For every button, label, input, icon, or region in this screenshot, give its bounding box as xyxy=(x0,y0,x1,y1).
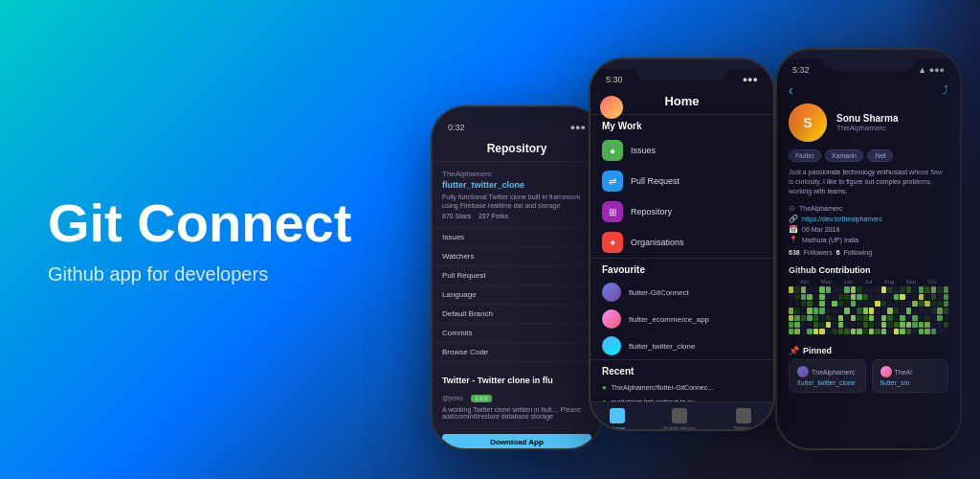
app-title: Git Connect xyxy=(48,194,354,253)
phone-middle-screen: 5:30 ●●● Home My Work ● Issues ⇌ Pull Re… xyxy=(590,69,773,431)
menu-language: Language xyxy=(433,285,601,305)
nav-home[interactable]: Home xyxy=(610,408,625,431)
hero-text-section: Git Connect Github app for developers xyxy=(0,136,402,344)
menu-commits: Commits xyxy=(433,324,601,343)
menu-browsecode: Browse Code xyxy=(433,343,601,362)
fav-item-3: flutter_twitter_clone xyxy=(590,332,773,359)
contribution-section: Github Contribution Apr May Jun Jul Aug … xyxy=(777,260,960,340)
profile-handle: TheAlphamerc xyxy=(836,124,898,132)
profile-tags: Flutter Xamarin .Net xyxy=(777,149,960,168)
profile-bio: Just a passionate technology enthusiast … xyxy=(777,168,960,203)
my-work-label: My Work xyxy=(590,115,773,135)
followers-row: 638 Followers 6 Following xyxy=(777,245,960,260)
organisations-icon: ✦ xyxy=(602,232,623,253)
contribution-title: Github Contribution xyxy=(789,265,948,275)
pinned-grid: TneAlphamerc flutter_twitter_clone TheAl… xyxy=(789,359,948,393)
back-icon[interactable]: ‹ xyxy=(789,82,793,98)
menu-watchers: Watchers xyxy=(433,247,601,266)
meta-github: ⊙ TheAlphamerc xyxy=(777,203,960,214)
favourite-label: Favourite xyxy=(590,259,773,279)
phone-right-screen: 5:32 ▲ ●●● ‹ ⤴ S Sonu Sharma TheAlphamer… xyxy=(777,59,960,450)
menu-row-repository: ⊞ Repository xyxy=(590,196,773,227)
menu-row-organisations: ✦ Organisations xyxy=(590,227,773,258)
menu-row-issues: ● Issues xyxy=(590,135,773,166)
phone-left-screen: 0:32 ●●● Repository TheAlphamerc flutter… xyxy=(433,107,601,448)
profile-info: S Sonu Sharma TheAlphamerc xyxy=(777,103,960,149)
phone-profile: 5:32 ▲ ●●● ‹ ⤴ S Sonu Sharma TheAlphamer… xyxy=(775,48,962,450)
pinned-section: 📌 Pinned TneAlphamerc flutter_twitter_cl… xyxy=(777,340,960,399)
pinned-card-1: TneAlphamerc flutter_twitter_clone xyxy=(789,359,866,393)
recent-label: Recent xyxy=(590,360,773,380)
bottom-nav: Home Notifications Settings xyxy=(590,401,773,431)
meta-devto: 🔗 https://dev.to/thealphamerc xyxy=(777,214,960,224)
pinned-title: 📌 Pinned xyxy=(789,346,948,355)
phone-notch-right xyxy=(821,50,917,71)
repo-item-2: Twitter - Twitter clone in flu @jemc 1.0… xyxy=(433,362,601,428)
fav-item-2: flutter_ecommerce_app xyxy=(590,306,773,332)
app-subtitle: Github app for developers xyxy=(48,263,354,285)
profile-avatar: S xyxy=(789,103,827,142)
menu-pullrequest: Pull Request xyxy=(433,266,601,285)
repo-header: Repository xyxy=(433,134,601,162)
menu-defaultbranch: Default Branch xyxy=(433,305,601,324)
phone-home: 5:30 ●●● Home My Work ● Issues ⇌ Pull Re… xyxy=(589,57,775,431)
pinned-card-2: TheAl flutter_sm xyxy=(872,359,949,393)
profile-name: Sonu Sharma xyxy=(836,113,898,124)
nav-notifications[interactable]: Notifications xyxy=(663,408,695,431)
menu-issues: Issues xyxy=(433,228,601,247)
recent-item-1: ● TheAlphamerc/flutter-GitConnec… xyxy=(590,380,773,395)
month-labels: Apr May Jun Jul Aug Sep Oct xyxy=(789,279,948,285)
fav-item-1: flutter-GitConnect xyxy=(590,279,773,306)
contribution-grid xyxy=(789,286,948,334)
share-icon[interactable]: ⤴ xyxy=(943,83,948,97)
phone-repository: 0:32 ●●● Repository TheAlphamerc flutter… xyxy=(431,105,603,450)
phone-notch-left xyxy=(469,107,565,128)
download-button[interactable]: Download App xyxy=(442,434,591,448)
repo-item-1: TheAlphamerc flutter_twitter_clone Fully… xyxy=(433,162,601,228)
pullrequest-icon: ⇌ xyxy=(602,171,623,192)
issues-icon: ● xyxy=(602,140,623,161)
meta-joined: 📅 06 Mar 2018 xyxy=(777,224,960,235)
menu-row-pullrequest: ⇌ Pull Request xyxy=(590,166,773,196)
repository-icon: ⊞ xyxy=(602,201,623,222)
profile-top-bar: ‹ ⤴ xyxy=(777,77,960,103)
phones-showcase: 0:32 ●●● Repository TheAlphamerc flutter… xyxy=(402,0,980,479)
phone-notch-middle xyxy=(635,59,730,80)
meta-location: 📍 Mathura (UP) India xyxy=(777,235,960,245)
nav-settings[interactable]: Settings xyxy=(733,408,754,431)
home-avatar xyxy=(600,96,623,119)
